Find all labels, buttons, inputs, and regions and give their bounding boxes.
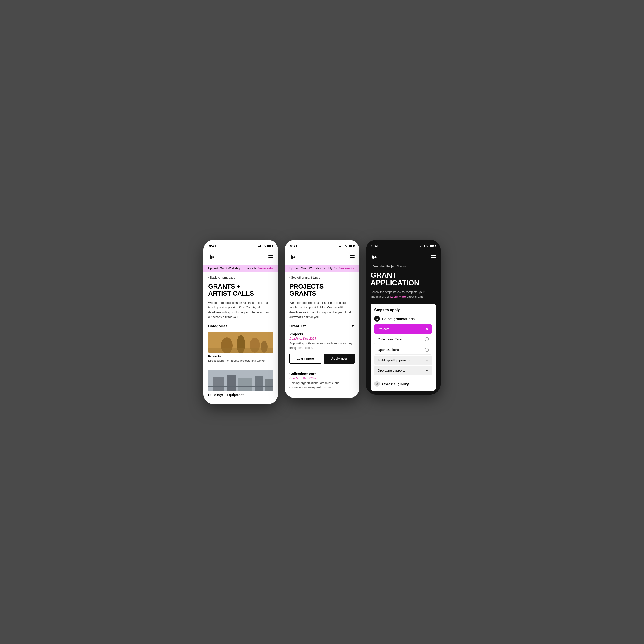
option-label-operating: Operating supports xyxy=(378,369,405,372)
grant-desc-collections: Helping organizations, archivists, and c… xyxy=(289,381,355,390)
grant-deadline-collections: Deadline: Dec 2025 xyxy=(289,376,355,380)
svg-rect-20 xyxy=(294,256,294,258)
phone3-header xyxy=(366,250,441,265)
back-link-2[interactable]: ‹ See other grant types xyxy=(289,276,355,279)
phone2-body: ‹ See other grant types PROJECTS GRANTS … xyxy=(285,272,359,398)
status-bar-3: 9:41 ∿ xyxy=(366,240,441,250)
category-label-buildings: Buildings + Equipment xyxy=(208,393,273,397)
svg-point-0 xyxy=(210,256,212,259)
option-plus-buildings[interactable]: + xyxy=(425,358,429,362)
svg-rect-1 xyxy=(210,254,211,258)
filter-icon[interactable]: ▼ xyxy=(351,324,355,328)
hamburger-menu-1[interactable] xyxy=(268,255,273,259)
banner-link-1[interactable]: See events xyxy=(258,267,273,270)
chevron-left-icon-1: ‹ xyxy=(208,276,209,279)
grant-options: Projects ✕ Collections Care Open 4Cultur… xyxy=(374,324,432,375)
banner-text-1: Up next: Grant Workshop on July 7th. xyxy=(208,267,257,270)
page-desc-1: We offer opportunities for all kinds of … xyxy=(208,301,273,319)
logo-2 xyxy=(289,253,297,262)
back-link-3[interactable]: ‹ See other Project Grants xyxy=(371,265,436,268)
banner-link-2[interactable]: See events xyxy=(339,267,354,270)
wifi-icon-3: ∿ xyxy=(426,244,428,248)
option-close-projects[interactable]: ✕ xyxy=(425,327,429,331)
hamburger-menu-3[interactable] xyxy=(431,255,436,259)
grant-name-collections: Collections care xyxy=(289,372,355,376)
step1-header: 1 Select grants/funds xyxy=(374,316,432,322)
projects-image xyxy=(208,332,273,353)
option-operating[interactable]: Operating supports + xyxy=(374,366,432,375)
logo-3 xyxy=(371,253,378,262)
status-icons-3: ∿ xyxy=(420,244,435,248)
phone-2: 9:41 ∿ xyxy=(285,240,359,398)
grant-list-title: Grant list xyxy=(289,324,306,328)
svg-rect-16 xyxy=(208,386,273,387)
category-buildings[interactable]: Buildings + Equipment xyxy=(208,370,273,397)
svg-rect-14 xyxy=(255,376,263,391)
option-buildings[interactable]: Buildings+Equipments + xyxy=(374,356,432,365)
option-plus-operating[interactable]: + xyxy=(425,368,429,373)
step1-label: Select grants/funds xyxy=(382,317,415,321)
category-label-projects: Projects xyxy=(208,354,273,358)
option-open4culture[interactable]: Open 4Culture xyxy=(374,345,432,355)
grant-collections: Collections care Deadline: Dec 2025 Help… xyxy=(289,372,355,390)
signal-icon-2 xyxy=(339,245,343,247)
signal-icon-1 xyxy=(258,245,262,247)
status-time-1: 9:41 xyxy=(209,244,216,248)
phone1-header xyxy=(203,250,278,265)
phone2-header xyxy=(285,250,359,265)
svg-rect-12 xyxy=(227,375,236,391)
learn-more-link-3[interactable]: Learn More xyxy=(390,295,406,298)
logo-1 xyxy=(208,253,216,262)
step1-number: 1 xyxy=(374,316,380,322)
option-radio-collections[interactable] xyxy=(425,337,429,341)
option-projects[interactable]: Projects ✕ xyxy=(374,324,432,334)
banner-text-2: Up next: Grant Workshop on July 7th. xyxy=(289,267,338,270)
phone3-dark-body: ‹ See other Project Grants GRANT APPLICA… xyxy=(366,265,441,395)
chevron-left-icon-2: ‹ xyxy=(289,276,290,279)
option-label-buildings: Buildings+Equipments xyxy=(378,358,410,362)
signal-icon-3 xyxy=(420,245,425,247)
battery-icon-1 xyxy=(267,245,273,247)
svg-rect-22 xyxy=(373,254,373,258)
option-collections[interactable]: Collections Care xyxy=(374,335,432,344)
svg-rect-3 xyxy=(213,256,213,258)
learn-more-button-projects[interactable]: Learn more xyxy=(289,353,321,364)
svg-rect-9 xyxy=(208,348,273,353)
grant-list-header: Grant list ▼ xyxy=(289,324,355,328)
option-label-collections: Collections Care xyxy=(378,337,402,341)
page-desc-3: Follow the steps below to complete your … xyxy=(371,290,436,299)
status-bar-2: 9:41 ∿ xyxy=(285,240,359,250)
status-time-3: 9:41 xyxy=(371,244,379,248)
option-radio-open4culture[interactable] xyxy=(425,348,429,352)
page-title-3: GRANT APPLICATION xyxy=(371,271,436,287)
wifi-icon-1: ∿ xyxy=(264,244,266,248)
option-label-projects: Projects xyxy=(378,327,389,331)
svg-rect-13 xyxy=(238,378,252,391)
buildings-image xyxy=(208,370,273,391)
apply-now-button-projects[interactable]: Apply now xyxy=(324,353,355,364)
wifi-icon-2: ∿ xyxy=(345,244,347,248)
chevron-left-icon-3: ‹ xyxy=(371,265,371,268)
phone-1: 9:41 ∿ xyxy=(203,240,278,404)
back-link-1[interactable]: ‹ Back to homepage xyxy=(208,276,273,279)
page-title-1: GRANTS + ARTIST CALLS xyxy=(208,283,273,297)
category-projects[interactable]: Projects Direct support on artist's proj… xyxy=(208,332,273,363)
steps-title: Steps to apply xyxy=(374,308,432,312)
svg-rect-11 xyxy=(213,377,224,391)
banner-2: Up next: Grant Workshop on July 7th. See… xyxy=(285,265,359,272)
step2-number: 2 xyxy=(374,381,380,387)
status-bar-1: 9:41 ∿ xyxy=(203,240,278,250)
step2-section: 2 Check eligibility xyxy=(374,378,432,387)
phone1-body: ‹ Back to homepage GRANTS + ARTIST CALLS… xyxy=(203,272,278,404)
phone-3: 9:41 ∿ xyxy=(366,240,441,395)
grant-desc-projects: Supporting both individuals and groups a… xyxy=(289,341,355,350)
hamburger-menu-2[interactable] xyxy=(350,255,355,259)
svg-rect-18 xyxy=(291,254,292,258)
battery-icon-2 xyxy=(349,245,354,247)
battery-icon-3 xyxy=(430,245,435,247)
svg-rect-24 xyxy=(375,256,376,258)
option-label-open4culture: Open 4Culture xyxy=(378,348,399,352)
page-desc-2: We offer opportunities for all kinds of … xyxy=(289,301,355,319)
grant-projects: Projects Deadline: Dec 2025 Supporting b… xyxy=(289,332,355,364)
category-sub-projects: Direct support on artist's projects and … xyxy=(208,359,273,363)
